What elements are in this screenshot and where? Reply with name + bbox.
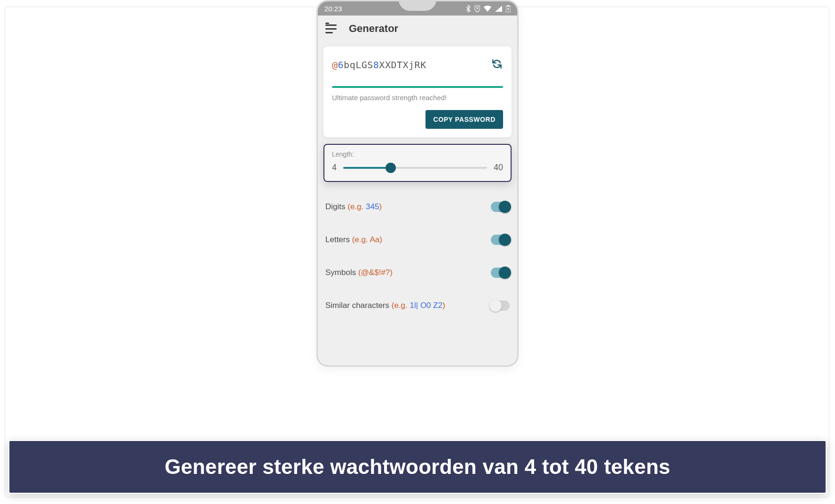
options-list: Digits (e.g. 345) Letters (e.g. Aa) Symb… [318, 186, 517, 322]
toggle-digits[interactable] [491, 202, 510, 212]
slider-thumb[interactable] [386, 163, 396, 173]
page-title: Generator [349, 23, 398, 35]
strength-text: Ultimate password strength reached! [332, 94, 503, 102]
phone-notch [399, 0, 436, 11]
caption-banner: Genereer sterke wachtwoorden van 4 tot 4… [8, 440, 827, 494]
phone-frame: 20:23 Generator @6bqLG [316, 0, 519, 367]
app-header: Generator [318, 16, 517, 42]
password-card: @6bqLGS8XXDTXjRK Ultimate password stren… [323, 47, 512, 137]
option-similar: Similar characters (e.g. 1l| O0 Z2) [325, 289, 510, 322]
svg-rect-2 [507, 5, 509, 6]
strength-bar [332, 86, 503, 88]
copy-password-button[interactable]: COPY PASSWORD [425, 110, 503, 129]
length-slider[interactable] [343, 167, 487, 169]
option-digits: Digits (e.g. 345) [325, 190, 510, 223]
length-max: 40 [494, 163, 503, 173]
toggle-symbols[interactable] [491, 268, 510, 278]
caption-text: Genereer sterke wachtwoorden van 4 tot 4… [19, 455, 816, 479]
option-symbols: Symbols (@&$!#?) [325, 256, 510, 289]
menu-icon[interactable] [325, 24, 338, 33]
toggle-letters[interactable] [491, 235, 510, 245]
refresh-icon[interactable] [491, 58, 503, 72]
battery-icon [506, 5, 511, 12]
toggle-similar[interactable] [491, 300, 510, 311]
option-digits-label: Digits (e.g. 345) [325, 202, 382, 212]
location-icon [474, 5, 480, 12]
signal-icon [495, 6, 502, 12]
svg-point-0 [476, 7, 478, 8]
status-time: 20:23 [324, 5, 342, 13]
option-symbols-label: Symbols (@&$!#?) [325, 268, 393, 277]
status-icons [466, 5, 511, 12]
length-label: Length: [332, 150, 503, 158]
option-letters-label: Letters (e.g. Aa) [325, 235, 382, 244]
wifi-icon [484, 6, 491, 12]
option-letters: Letters (e.g. Aa) [325, 223, 510, 256]
generated-password: @6bqLGS8XXDTXjRK [332, 59, 426, 71]
length-panel: Length: 4 40 [323, 144, 512, 182]
length-min: 4 [332, 163, 337, 173]
bluetooth-icon [466, 5, 471, 12]
option-similar-label: Similar characters (e.g. 1l| O0 Z2) [325, 301, 445, 310]
